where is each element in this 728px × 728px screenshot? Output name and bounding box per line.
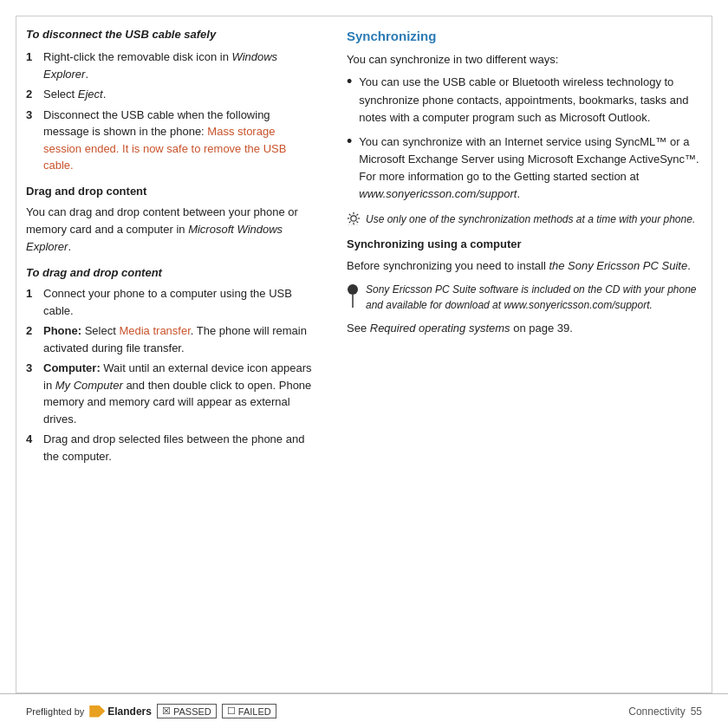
note-bullet: Sony Ericsson PC Suite software is inclu…: [347, 282, 702, 313]
sun-icon: [347, 211, 361, 225]
svg-point-10: [348, 284, 358, 295]
footer: Preflighted by Elanders ☒ PASSED ☐ FAILE…: [0, 693, 728, 728]
note-bullet-text: Sony Ericsson PC Suite software is inclu…: [366, 282, 702, 313]
disconnect-steps: 1 Right-click the removable disk icon in…: [26, 49, 312, 174]
content-area: To disconnect the USB cable safely 1 Rig…: [26, 26, 702, 680]
sync-bullet-1: • You can use the USB cable or Bluetooth…: [347, 74, 702, 126]
drag-drop-steps: 1 Connect your phone to a computer using…: [26, 285, 312, 465]
see-required: See Required operating systems on page 3…: [347, 320, 702, 337]
bullet-dot-2: •: [347, 133, 352, 204]
drag-step-2: 2 Phone: Select Media transfer. The phon…: [26, 322, 312, 356]
drag-step-1: 1 Connect your phone to a computer using…: [26, 285, 312, 319]
computer-sync-intro: Before synchronizing you need to install…: [347, 257, 702, 275]
note-sun: Use only one of the synchronization meth…: [347, 211, 702, 227]
failed-label: FAILED: [238, 706, 271, 717]
drag-drop-body: You can drag and drop content between yo…: [26, 204, 312, 256]
sync-bullets: • You can use the USB cable or Bluetooth…: [347, 74, 702, 203]
svg-line-6: [356, 214, 358, 216]
drag-drop-heading: Drag and drop content: [26, 183, 312, 200]
left-column: To disconnect the USB cable safely 1 Rig…: [26, 26, 338, 680]
step-1: 1 Right-click the removable disk icon in…: [26, 49, 312, 82]
failed-box: ☐ FAILED: [222, 704, 276, 718]
svg-line-4: [349, 214, 351, 216]
preflight-label: Preflighted by: [26, 706, 84, 717]
synchronizing-heading: Synchronizing: [347, 26, 702, 46]
step-3: 3 Disconnect the USB cable when the foll…: [26, 107, 312, 174]
drag-step-3: 3 Computer: Wait until an external devic…: [26, 360, 312, 427]
elanders-label: Elanders: [107, 705, 152, 718]
note-sun-text: Use only one of the synchronization meth…: [366, 211, 695, 227]
footer-right: Connectivity 55: [628, 705, 702, 718]
connectivity-label: Connectivity: [628, 705, 685, 718]
note-bullet-icon: [347, 283, 359, 310]
page-number: 55: [691, 705, 702, 718]
passed-label: PASSED: [173, 706, 211, 717]
svg-line-7: [349, 222, 351, 224]
svg-line-5: [356, 222, 358, 224]
svg-point-8: [351, 216, 356, 221]
passed-box: ☒ PASSED: [157, 704, 217, 718]
elanders-logo: Elanders: [89, 705, 152, 718]
sync-bullet-2: • You can synchronize with an Internet s…: [347, 133, 702, 204]
elanders-icon: [89, 705, 105, 718]
preflight-area: Preflighted by Elanders ☒ PASSED ☐ FAILE…: [26, 704, 276, 718]
step-2: 2 Select Eject.: [26, 86, 312, 103]
drag-drop-steps-heading: To drag and drop content: [26, 264, 312, 282]
disconnect-heading: To disconnect the USB cable safely: [26, 26, 312, 43]
drag-step-4: 4 Drag and drop selected files between t…: [26, 431, 312, 465]
computer-sync-heading: Synchronizing using a computer: [347, 236, 702, 253]
right-column: Synchronizing You can synchronize in two…: [338, 26, 702, 680]
note-filled-circle-icon: [347, 283, 359, 308]
bullet-dot-1: •: [347, 73, 352, 126]
synchronizing-intro: You can synchronize in two different way…: [347, 51, 702, 68]
